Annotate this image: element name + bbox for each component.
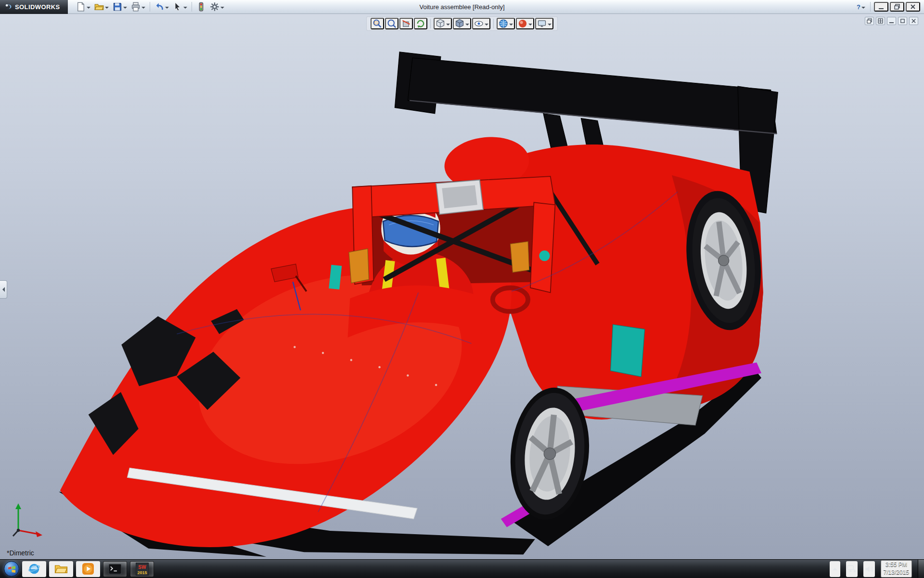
- dropdown-caret: [220, 7, 224, 11]
- view-orientation-label: *Dimetric: [7, 549, 34, 557]
- heads-up-toolbar: [366, 16, 558, 31]
- display-style-button[interactable]: [453, 18, 471, 29]
- rebuild-traffic-light-icon: [196, 2, 206, 12]
- hidden-icons-button[interactable]: [830, 561, 840, 577]
- dropdown-caret: [165, 7, 169, 11]
- show-desktop-button[interactable]: [918, 560, 924, 578]
- rebuild-button[interactable]: [195, 1, 207, 13]
- dropdown-caret: [465, 24, 469, 27]
- save-button[interactable]: [111, 1, 128, 13]
- rotate-view-icon: [416, 19, 425, 28]
- titlebar: SOLIDWORKS: [0, 0, 924, 14]
- dropdown-caret: [183, 7, 187, 11]
- tray-date: 7/13/2015: [884, 569, 909, 577]
- close-icon: [910, 4, 916, 10]
- zoom-to-fit-icon: [387, 19, 397, 28]
- chevron-up-icon: [833, 565, 837, 570]
- undo-button[interactable]: [153, 1, 170, 13]
- select-cursor-icon: [173, 2, 182, 12]
- toolbar-separator: [192, 2, 192, 12]
- cascade-icon: [867, 18, 872, 24]
- zoom-area-icon: [372, 19, 382, 28]
- feature-manager-collapsed-tab[interactable]: [0, 280, 7, 299]
- help-label: ?: [857, 3, 860, 11]
- dropdown-caret: [105, 7, 109, 11]
- view-settings-button[interactable]: [535, 18, 553, 29]
- command-prompt-icon: [109, 564, 121, 574]
- doc-close-button[interactable]: [909, 17, 918, 25]
- open-button[interactable]: [93, 1, 110, 13]
- dropdown-caret: [446, 24, 450, 27]
- toolbar-separator: [430, 19, 431, 28]
- view-settings-monitor-icon: [537, 19, 547, 28]
- dropdown-caret: [861, 7, 865, 11]
- edit-appearance-button[interactable]: [516, 18, 534, 29]
- close-button[interactable]: [906, 2, 920, 12]
- expand-panel-arrow-icon: [0, 287, 5, 292]
- doc-restore-button[interactable]: [898, 17, 907, 25]
- rotate-view-button[interactable]: [414, 18, 427, 29]
- minimize-icon: [878, 4, 884, 10]
- zoom-area-button[interactable]: [371, 18, 384, 29]
- dropdown-caret: [141, 7, 145, 11]
- options-gear-icon: [210, 2, 219, 12]
- tile-windows-button[interactable]: [876, 17, 885, 25]
- toolbar-separator: [870, 2, 871, 12]
- volume-button[interactable]: [863, 561, 875, 577]
- tray-time: 3:55 PM: [884, 561, 909, 569]
- doc-close-icon: [911, 18, 916, 24]
- windows-logo-icon: [8, 565, 16, 573]
- car-model[interactable]: [0, 14, 924, 559]
- taskbar-command-prompt-button[interactable]: [103, 561, 127, 577]
- volume-icon: [864, 565, 873, 573]
- view-orientation-cube-icon: [436, 19, 445, 28]
- doc-minimize-button[interactable]: [887, 17, 896, 25]
- toolbar-separator: [493, 19, 494, 28]
- taskbar-clock[interactable]: 3:55 PM 7/13/2015: [881, 560, 912, 577]
- graphics-viewport[interactable]: *Dimetric: [0, 14, 924, 559]
- taskbar: SW 2015: [0, 559, 924, 578]
- dropdown-caret: [87, 7, 90, 11]
- main-toolbar: [75, 1, 226, 13]
- restore-button[interactable]: [890, 2, 904, 12]
- dropdown-caret: [548, 24, 552, 27]
- doc-restore-icon: [900, 18, 905, 24]
- taskbar-internet-explorer-button[interactable]: [22, 561, 46, 577]
- solidworks-2015-icon: SW 2015: [136, 563, 149, 576]
- dropdown-caret: [485, 24, 488, 27]
- apply-scene-button[interactable]: [497, 18, 515, 29]
- undo-icon: [154, 2, 164, 12]
- options-button[interactable]: [208, 1, 226, 13]
- view-orientation-button[interactable]: [434, 18, 452, 29]
- start-button[interactable]: [4, 561, 19, 577]
- minimize-button[interactable]: [874, 2, 888, 12]
- network-status-button[interactable]: [846, 561, 858, 577]
- cascade-windows-button[interactable]: [865, 17, 874, 25]
- select-button[interactable]: [171, 1, 189, 13]
- dropdown-caret: [123, 7, 127, 11]
- restore-icon: [894, 4, 900, 10]
- system-tray: 3:55 PM 7/13/2015: [830, 560, 924, 578]
- help-button[interactable]: ?: [855, 1, 867, 13]
- save-floppy-icon: [113, 2, 122, 12]
- orientation-triad: [11, 500, 45, 540]
- print-button[interactable]: [129, 1, 147, 13]
- network-icon: [847, 565, 856, 573]
- dropdown-caret: [509, 24, 513, 27]
- apply-scene-globe-icon: [499, 19, 508, 28]
- taskbar-media-player-button[interactable]: [76, 561, 100, 577]
- taskbar-solidworks-2015-button[interactable]: SW 2015: [130, 561, 154, 577]
- new-button[interactable]: [75, 1, 92, 13]
- new-document-icon: [76, 2, 86, 12]
- section-view-button[interactable]: [399, 18, 413, 29]
- open-folder-icon: [94, 2, 104, 12]
- taskbar-file-explorer-button[interactable]: [49, 561, 73, 577]
- hide-show-items-button[interactable]: [472, 18, 490, 29]
- toolbar-separator: [150, 2, 150, 12]
- document-window-controls: [865, 17, 918, 25]
- tile-icon: [878, 18, 883, 24]
- edit-appearance-sphere-icon: [518, 19, 527, 28]
- solidworks-window: SOLIDWORKS: [0, 0, 924, 578]
- media-player-icon: [82, 563, 94, 575]
- zoom-to-fit-button[interactable]: [385, 18, 398, 29]
